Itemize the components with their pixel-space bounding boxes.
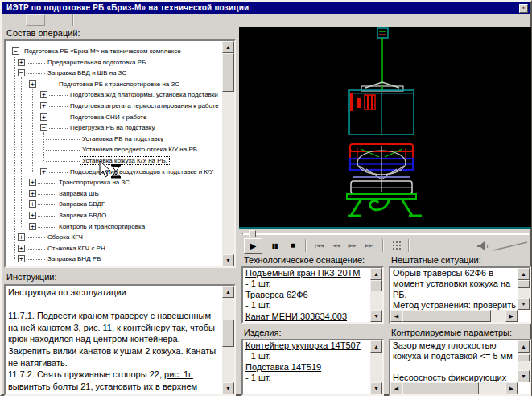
volume-control[interactable]: [474, 238, 530, 254]
scroll-right-icon[interactable]: ▶: [505, 310, 518, 322]
tree-item[interactable]: +Подготовка РБ к транспортировке на ЗС: [6, 79, 222, 90]
scroll-right-icon[interactable]: ▶: [505, 382, 518, 394]
collapse-icon[interactable]: −: [18, 69, 25, 76]
tree-item-label[interactable]: Заправка БНД РБ: [45, 254, 103, 263]
tree-item[interactable]: +Подготовка ж/д платформы, установка под…: [6, 89, 222, 101]
tree-item[interactable]: Установка переднего отсека К/У на РБ: [6, 144, 222, 155]
scroll-up-icon[interactable]: ▲: [518, 268, 530, 280]
expand-icon[interactable]: +: [29, 200, 36, 208]
tree-item-label[interactable]: Перегрузка РБ на подставку: [68, 123, 157, 132]
tree-item[interactable]: +Заправка ШБ: [6, 188, 222, 200]
scroll-down-icon[interactable]: ▼: [518, 298, 530, 310]
expand-icon[interactable]: +: [29, 80, 36, 88]
emergencies-scroll-thumb[interactable]: [518, 280, 530, 288]
parameters-hscrollbar[interactable]: ◀ ▶: [390, 382, 518, 394]
tree-item[interactable]: +Предварительная подготовка РБ: [6, 57, 222, 68]
tree-item-label[interactable]: Установка РБ на подставку: [80, 134, 166, 143]
forward-button[interactable]: ▶▶: [345, 238, 360, 254]
tree-item-label[interactable]: Подготовка агрегата термостатирования к …: [68, 101, 221, 110]
equipment-item[interactable]: Подъемный кран ПКЗ-20ТМ: [245, 268, 368, 278]
expand-icon[interactable]: +: [29, 179, 36, 186]
pause-button[interactable]: ▮▮: [267, 238, 282, 254]
tree-item[interactable]: +Подготовка СНИ к работе: [6, 112, 222, 123]
tree-item-label[interactable]: Установка переднего отсека К/У на РБ: [80, 145, 200, 154]
scroll-up-icon[interactable]: ▲: [222, 41, 234, 53]
figure-link[interactable]: рис. 11: [84, 323, 112, 332]
tree-scrollbar[interactable]: ▲ ▼: [222, 41, 234, 266]
tree-item-label[interactable]: Сборка КГЧ: [45, 233, 85, 241]
seek-thumb[interactable]: [249, 230, 256, 237]
tree-item[interactable]: +Заправка БВДГ: [6, 199, 222, 210]
scroll-up-icon[interactable]: ▲: [370, 268, 382, 280]
scroll-up-icon[interactable]: ▲: [370, 340, 382, 353]
scroll-up-icon[interactable]: ▲: [518, 340, 530, 353]
expand-icon[interactable]: +: [40, 113, 47, 121]
tree-scroll-thumb[interactable]: [222, 53, 234, 92]
scroll-down-icon[interactable]: ▼: [370, 382, 382, 394]
expand-icon[interactable]: +: [18, 233, 25, 241]
expand-icon[interactable]: +: [40, 168, 47, 175]
instructions-scroll-thumb[interactable]: [222, 320, 234, 347]
equipment-item[interactable]: Траверса 62Ф6: [245, 290, 368, 300]
tree-item-label[interactable]: Предварительная подготовка РБ: [45, 58, 148, 67]
tree-item-label[interactable]: Заправка БВДГ: [56, 200, 107, 208]
tree-item-label[interactable]: Подсоединение воздуховодов к подставке и…: [68, 167, 216, 176]
emergencies-hscroll-thumb[interactable]: [402, 310, 491, 322]
tree-item[interactable]: Установка РБ на подставку: [6, 134, 222, 145]
tree-item-label[interactable]: Контроль и транспортировка: [56, 222, 147, 231]
expand-icon[interactable]: +: [18, 245, 25, 252]
equipment-scroll-thumb[interactable]: [370, 280, 382, 291]
seek-slider[interactable]: [241, 230, 530, 237]
tree-item[interactable]: +Стыковка КГЧ с РН: [6, 243, 222, 254]
skip-start-button[interactable]: |◀◀: [311, 238, 328, 254]
figure-link[interactable]: рис. 1г,: [164, 369, 193, 379]
stop-button[interactable]: ■: [286, 238, 300, 254]
window-close-button[interactable]: ▪: [519, 4, 528, 13]
expand-icon[interactable]: +: [18, 255, 25, 262]
tree-item-label[interactable]: Заправка БВД и ШБ на ЗС: [45, 68, 129, 77]
frames-button[interactable]: [390, 238, 403, 254]
rewind-button[interactable]: ◀◀: [329, 238, 344, 254]
products-scrollbar[interactable]: ▲ ▼: [370, 340, 382, 394]
seek-track[interactable]: [242, 233, 529, 235]
tree-item-label[interactable]: Заправка БВДО: [56, 211, 109, 220]
tree-item-label[interactable]: Подготовка РБ к транспортировке на ЗС: [56, 80, 182, 89]
equipment-scrollbar[interactable]: ▲ ▼: [370, 268, 382, 322]
skip-end-button[interactable]: ▶▶|: [361, 238, 377, 254]
emergencies-vscrollbar[interactable]: ▲ ▼: [518, 268, 530, 310]
instructions-scrollbar[interactable]: ▲ ▼: [222, 286, 234, 394]
collapse-icon[interactable]: −: [12, 47, 19, 55]
expand-icon[interactable]: +: [18, 59, 25, 66]
scroll-up-icon[interactable]: ▲: [222, 286, 234, 298]
tree-item[interactable]: +Заправка БВДО: [6, 210, 222, 221]
scroll-left-icon[interactable]: ◀: [390, 310, 402, 322]
parameters-scroll-thumb[interactable]: [518, 354, 530, 361]
tree-item[interactable]: −Перегрузка РБ на подставку: [6, 122, 222, 134]
tree-item[interactable]: −Заправка БВД и ШБ на ЗС: [6, 68, 222, 79]
product-item[interactable]: Подставка 14Т519: [245, 362, 368, 373]
tree-item[interactable]: −Подготовка РБ «Бриз-М» на техническом к…: [6, 46, 222, 57]
tree-item-label[interactable]: Подготовка ж/д платформы, установка подс…: [68, 90, 221, 99]
expand-icon[interactable]: +: [29, 190, 36, 197]
expand-icon[interactable]: +: [40, 91, 47, 98]
tree-item-label[interactable]: Подготовка РБ «Бриз-М» на техническом ко…: [22, 47, 184, 56]
tree-item-label[interactable]: Заправка ШБ: [56, 189, 101, 198]
tree-item-label[interactable]: Стыковка КГЧ с РН: [45, 244, 108, 253]
tree-item[interactable]: +Подготовка агрегата термостатирования к…: [6, 101, 222, 112]
tree-item-label[interactable]: Подготовка СНИ к работе: [68, 113, 149, 122]
parameters-vscrollbar[interactable]: ▲ ▼: [518, 340, 530, 382]
product-item[interactable]: Контейнер укупорка 14Т507: [245, 340, 368, 351]
tree-item[interactable]: +Сборка КГЧ: [6, 232, 222, 243]
scroll-down-icon[interactable]: ▼: [370, 310, 382, 322]
scroll-down-icon[interactable]: ▼: [222, 382, 234, 394]
emergencies-hscrollbar[interactable]: ◀ ▶: [390, 310, 518, 322]
tree-item[interactable]: +Контроль и транспортировка: [6, 221, 222, 233]
tree-item[interactable]: +Заправка БНД РБ: [6, 254, 222, 265]
scroll-left-icon[interactable]: ◀: [390, 382, 402, 394]
viewport-3d[interactable]: [239, 27, 531, 229]
toolbar-button[interactable]: [26, 14, 45, 26]
scroll-down-icon[interactable]: ▼: [222, 254, 234, 266]
scroll-down-icon[interactable]: ▼: [518, 370, 530, 382]
play-button[interactable]: ▶: [244, 238, 262, 254]
expand-icon[interactable]: +: [40, 102, 47, 109]
